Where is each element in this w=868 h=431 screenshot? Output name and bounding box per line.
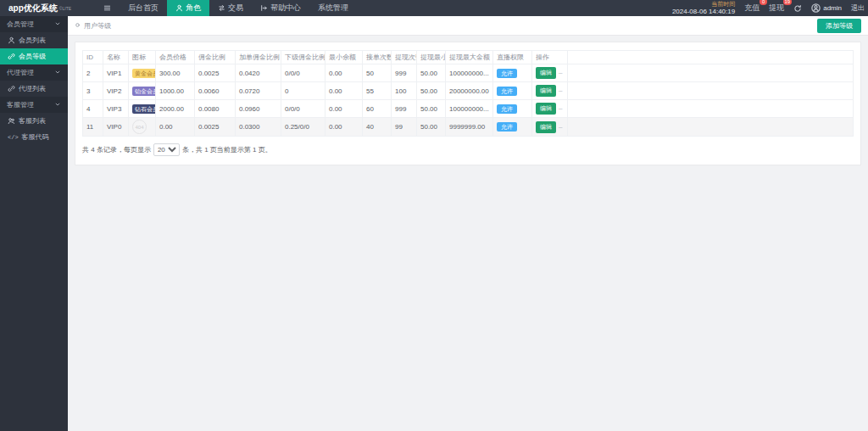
- level-badge: 钻石会员: [132, 104, 156, 114]
- cell-icon: 钻石会员: [129, 100, 156, 118]
- recharge-link[interactable]: 充值 0: [744, 3, 760, 14]
- cell-permission: 允许: [493, 64, 532, 82]
- top-nav-item-system[interactable]: 系统管理: [309, 0, 357, 16]
- more-actions-icon[interactable]: ‒: [559, 87, 562, 94]
- top-nav-label: 后台首页: [128, 3, 159, 14]
- cell-order-count: 60: [363, 100, 392, 118]
- sidebar-item-agent-list[interactable]: 代理列表: [0, 81, 68, 97]
- chevron-down-icon: [54, 69, 61, 77]
- cell-withdraw-count: 100: [392, 82, 417, 100]
- more-actions-icon[interactable]: ‒: [559, 104, 562, 112]
- cell-commission-rate: 0.0080: [195, 100, 236, 118]
- more-actions-icon[interactable]: ‒: [559, 123, 562, 131]
- table-column-header: 图标: [129, 51, 156, 64]
- top-nav-item-roles[interactable]: 角色: [167, 0, 209, 16]
- table-filler-header: [568, 51, 854, 64]
- table-row: 4VIP3钻石会员2000.000.00800.09600/0/00.00609…: [83, 100, 854, 118]
- cell-price: 2000.00: [156, 100, 195, 118]
- more-actions-icon[interactable]: ‒: [559, 69, 562, 76]
- add-level-button[interactable]: 添加等级: [817, 19, 861, 33]
- top-nav-label: 角色: [186, 3, 201, 14]
- topbar-right: 当前时间 2024-08-06 14:40:19 充值 0 提现 19 admi…: [672, 0, 868, 16]
- app-title-badge: ©LITE: [59, 6, 71, 11]
- sidebar-item-member-list[interactable]: 会员列表: [0, 32, 68, 48]
- edit-button[interactable]: 编辑: [536, 67, 556, 79]
- edit-button[interactable]: 编辑: [536, 121, 556, 133]
- cell-order-count: 50: [363, 64, 392, 82]
- sidebar-item-member-level[interactable]: 会员等级: [0, 48, 68, 64]
- level-table-card: ID名称图标会员价格佣金比例加单佣金比例下级佣金比例最小余额接单次数提现次数提现…: [75, 42, 861, 165]
- cell-name: VIP0: [103, 118, 129, 137]
- cell-id: 2: [83, 64, 103, 82]
- cell-icon: 铂金会员: [129, 82, 156, 100]
- cell-name: VIP3: [103, 100, 129, 118]
- table-column-header: ID: [83, 51, 103, 64]
- table-column-header: 直播权限: [493, 51, 532, 64]
- top-nav-item-backend-home[interactable]: 后台首页: [120, 0, 167, 16]
- sidebar-group-label: 客服管理: [7, 100, 34, 109]
- permission-toggle[interactable]: 允许: [497, 87, 517, 96]
- level-table: ID名称图标会员价格佣金比例加单佣金比例下级佣金比例最小余额接单次数提现次数提现…: [82, 50, 854, 137]
- pagination-prefix: 共 4 条记录，每页显示: [82, 145, 151, 154]
- logout-link[interactable]: 退出: [851, 3, 865, 13]
- top-nav-label: 系统管理: [318, 3, 348, 14]
- sidebar-item-label: 客服代码: [22, 132, 49, 142]
- permission-toggle[interactable]: 允许: [497, 69, 517, 78]
- topbar: app优化系统 ©LITE 后台首页角色交易帮助中心系统管理 当前时间 2024…: [0, 0, 868, 16]
- table-column-header: 名称: [103, 51, 129, 64]
- top-nav-label: 交易: [228, 3, 243, 14]
- cell-filler: [568, 118, 854, 137]
- cell-id: 4: [83, 100, 103, 118]
- pagination: 共 4 条记录，每页显示 20 条，共 1 页当前显示第 1 页。: [82, 143, 854, 156]
- code-icon: </>: [8, 134, 19, 141]
- table-column-header: 会员价格: [156, 51, 195, 64]
- cell-icon: 404: [129, 118, 156, 137]
- chevron-down-icon: [54, 101, 61, 109]
- top-nav-item-trade[interactable]: 交易: [209, 0, 252, 16]
- page-size-select[interactable]: 20: [153, 143, 180, 156]
- cell-withdraw-max: 100000000...: [446, 100, 493, 118]
- sidebar-item-member-mgmt[interactable]: 会员管理: [0, 16, 68, 32]
- withdraw-link[interactable]: 提现 19: [769, 3, 784, 14]
- sidebar-item-service-list[interactable]: 客服列表: [0, 113, 68, 129]
- edit-button[interactable]: 编辑: [536, 85, 556, 97]
- cell-id: 11: [83, 118, 103, 137]
- cell-permission: 允许: [493, 82, 532, 100]
- page-title: 用户等级: [84, 21, 111, 31]
- cell-sub-commission-rate: 0/0/0: [281, 100, 326, 118]
- edit-button[interactable]: 编辑: [536, 103, 556, 115]
- level-badge: 黄金会员: [132, 69, 156, 78]
- breadcrumb: 用户等级: [75, 21, 111, 31]
- permission-toggle[interactable]: 允许: [497, 104, 517, 114]
- sidebar-item-service-mgmt[interactable]: 客服管理: [0, 97, 68, 113]
- permission-toggle[interactable]: 允许: [497, 122, 517, 132]
- sidebar-item-agent-mgmt[interactable]: 代理管理: [0, 64, 68, 81]
- cell-filler: [568, 82, 854, 100]
- avatar-icon: [811, 3, 821, 13]
- user-icon: [175, 4, 183, 12]
- help-icon: [260, 4, 268, 12]
- app-logo: app优化系统 ©LITE: [0, 0, 95, 16]
- recharge-badge: 0: [760, 0, 767, 5]
- cell-sub-commission-rate: 0: [281, 82, 326, 100]
- cell-withdraw-count: 99: [392, 118, 417, 137]
- app-title: app优化系统: [8, 3, 58, 14]
- refresh-icon[interactable]: [793, 4, 802, 13]
- cell-extra-commission-rate: 0.0300: [236, 118, 281, 137]
- cell-sub-commission-rate: 0.25/0/0: [281, 118, 326, 137]
- top-nav-item-menu[interactable]: [95, 0, 120, 16]
- clock: 当前时间 2024-08-06 14:40:19: [672, 1, 735, 15]
- cell-withdraw-min: 50.00: [417, 64, 446, 82]
- sidebar: 会员管理会员列表会员等级代理管理代理列表客服管理客服列表</>客服代码: [0, 16, 68, 431]
- cell-min-balance: 0.00: [326, 82, 363, 100]
- user-menu[interactable]: admin: [811, 3, 842, 13]
- table-column-header: 接单次数: [363, 51, 392, 64]
- top-nav-item-help-center[interactable]: 帮助中心: [252, 0, 309, 16]
- cell-icon: 黄金会员: [129, 64, 156, 82]
- cell-actions: 编辑‒: [532, 118, 568, 137]
- cell-commission-rate: 0.0025: [195, 64, 236, 82]
- table-row: 3VIP2铂金会员1000.000.00600.072000.005510050…: [83, 82, 854, 100]
- breadcrumb-bar: 用户等级 添加等级: [68, 16, 868, 36]
- sidebar-item-service-code[interactable]: </>客服代码: [0, 129, 68, 145]
- cell-price: 0.00: [156, 118, 195, 137]
